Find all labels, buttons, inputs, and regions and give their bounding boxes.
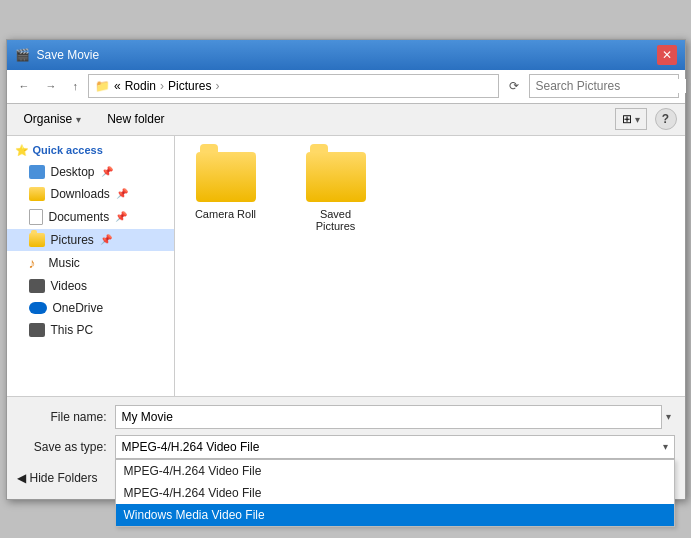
- search-box[interactable]: 🔍: [529, 74, 679, 98]
- hide-folders-label: Hide Folders: [30, 471, 98, 485]
- videos-icon: [29, 279, 45, 293]
- sidebar-item-pictures[interactable]: Pictures 📌: [7, 229, 174, 251]
- sidebar-label-desktop: Desktop: [51, 165, 95, 179]
- music-icon: ♪: [29, 255, 43, 271]
- savetype-option-0[interactable]: MPEG-4/H.264 Video File: [116, 460, 674, 482]
- folder-item-saved-pictures[interactable]: Saved Pictures: [301, 152, 371, 232]
- camera-roll-icon: [196, 152, 256, 202]
- path-root: «: [114, 79, 121, 93]
- savetype-dropdown[interactable]: MPEG-4/H.264 Video File ▾ MPEG-4/H.264 V…: [115, 435, 675, 459]
- filename-row: File name: ▾: [17, 405, 675, 429]
- toolbar: Organise ▾ New folder ⊞ ▾ ?: [7, 104, 685, 136]
- sidebar-label-documents: Documents: [49, 210, 110, 224]
- address-path[interactable]: 📁 « Rodin › Pictures ›: [88, 74, 499, 98]
- new-folder-label: New folder: [107, 112, 164, 126]
- forward-button[interactable]: →: [40, 77, 63, 95]
- folder-item-camera-roll[interactable]: Camera Roll: [191, 152, 261, 220]
- back-button[interactable]: ←: [13, 77, 36, 95]
- main-content: ⭐ Quick access Desktop 📌 Downloads 📌 Doc…: [7, 136, 685, 396]
- savetype-chevron: ▾: [663, 441, 668, 452]
- sidebar-label-downloads: Downloads: [51, 187, 110, 201]
- thispc-icon: [29, 323, 45, 337]
- view-chevron: ▾: [635, 114, 640, 125]
- new-folder-button[interactable]: New folder: [98, 108, 173, 130]
- hide-folders-arrow: ◀: [17, 471, 26, 485]
- desktop-icon: [29, 165, 45, 179]
- sidebar-item-music[interactable]: ♪ Music: [7, 251, 174, 275]
- pin-icon-downloads: 📌: [116, 188, 128, 199]
- savetype-current[interactable]: MPEG-4/H.264 Video File ▾: [115, 435, 675, 459]
- saved-pictures-label: Saved Pictures: [301, 208, 371, 232]
- hide-folders-button[interactable]: ◀ Hide Folders: [17, 471, 98, 485]
- movie-icon: 🎬: [15, 47, 31, 63]
- savetype-row: Save as type: MPEG-4/H.264 Video File ▾ …: [17, 435, 675, 459]
- refresh-button[interactable]: ⟳: [503, 76, 525, 96]
- path-sep-2: ›: [215, 79, 219, 93]
- path-icon: 📁: [95, 79, 110, 93]
- sidebar-label-videos: Videos: [51, 279, 87, 293]
- sidebar-label-music: Music: [49, 256, 80, 270]
- up-button[interactable]: ↑: [67, 77, 85, 95]
- save-dialog: 🎬 Save Movie ✕ ← → ↑ 📁 « Rodin › Picture…: [6, 39, 686, 500]
- dialog-title: Save Movie: [37, 48, 100, 62]
- savetype-current-label: MPEG-4/H.264 Video File: [122, 440, 260, 454]
- file-area: Camera Roll Saved Pictures: [175, 136, 685, 396]
- organise-chevron: ▾: [76, 114, 81, 125]
- sidebar: ⭐ Quick access Desktop 📌 Downloads 📌 Doc…: [7, 136, 175, 396]
- search-input[interactable]: [536, 79, 686, 93]
- filename-input[interactable]: [115, 405, 662, 429]
- sidebar-label-pictures: Pictures: [51, 233, 94, 247]
- sidebar-item-desktop[interactable]: Desktop 📌: [7, 161, 174, 183]
- sidebar-label-thispc: This PC: [51, 323, 94, 337]
- view-icon: ⊞: [622, 112, 632, 126]
- organise-label: Organise: [24, 112, 73, 126]
- camera-roll-label: Camera Roll: [195, 208, 256, 220]
- filename-dropdown-arrow: ▾: [666, 411, 671, 422]
- bottom-section: File name: ▾ Save as type: MPEG-4/H.264 …: [7, 396, 685, 499]
- sidebar-label-onedrive: OneDrive: [53, 301, 104, 315]
- sidebar-item-onedrive[interactable]: OneDrive: [7, 297, 174, 319]
- savetype-option-2[interactable]: Windows Media Video File: [116, 504, 674, 526]
- title-bar: 🎬 Save Movie ✕: [7, 40, 685, 70]
- organise-button[interactable]: Organise ▾: [15, 108, 91, 130]
- quick-access-label: Quick access: [33, 144, 103, 156]
- sidebar-item-thispc[interactable]: This PC: [7, 319, 174, 341]
- path-part-pictures[interactable]: Pictures: [168, 79, 211, 93]
- sidebar-item-documents[interactable]: Documents 📌: [7, 205, 174, 229]
- documents-icon: [29, 209, 43, 225]
- path-part-rodin[interactable]: Rodin: [125, 79, 156, 93]
- savetype-menu: MPEG-4/H.264 Video File MPEG-4/H.264 Vid…: [115, 459, 675, 527]
- filename-label: File name:: [17, 410, 107, 424]
- downloads-icon: [29, 187, 45, 201]
- title-bar-left: 🎬 Save Movie: [15, 47, 100, 63]
- quick-access-header: ⭐ Quick access: [7, 140, 174, 161]
- pin-icon-documents: 📌: [115, 211, 127, 222]
- view-button[interactable]: ⊞ ▾: [615, 108, 647, 130]
- pin-icon-desktop: 📌: [101, 166, 113, 177]
- pin-icon-pictures: 📌: [100, 234, 112, 245]
- help-button[interactable]: ?: [655, 108, 677, 130]
- path-sep-1: ›: [160, 79, 164, 93]
- savetype-label: Save as type:: [17, 440, 107, 454]
- close-button[interactable]: ✕: [657, 45, 677, 65]
- sidebar-item-downloads[interactable]: Downloads 📌: [7, 183, 174, 205]
- saved-pictures-icon: [306, 152, 366, 202]
- pictures-icon: [29, 233, 45, 247]
- sidebar-item-videos[interactable]: Videos: [7, 275, 174, 297]
- address-bar: ← → ↑ 📁 « Rodin › Pictures › ⟳ 🔍: [7, 70, 685, 104]
- quick-access-chevron: ⭐: [15, 144, 29, 157]
- savetype-option-1[interactable]: MPEG-4/H.264 Video File: [116, 482, 674, 504]
- onedrive-icon: [29, 302, 47, 314]
